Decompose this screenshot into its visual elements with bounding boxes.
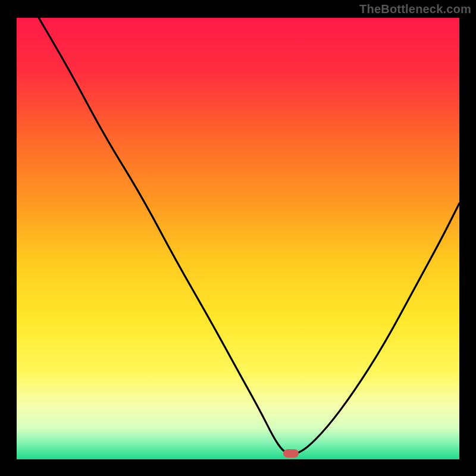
optimal-marker (283, 449, 299, 458)
chart-container: TheBottleneck.com (0, 0, 476, 476)
watermark-text: TheBottleneck.com (359, 2, 471, 16)
bottleneck-curve (17, 18, 459, 459)
plot-area (17, 18, 459, 459)
